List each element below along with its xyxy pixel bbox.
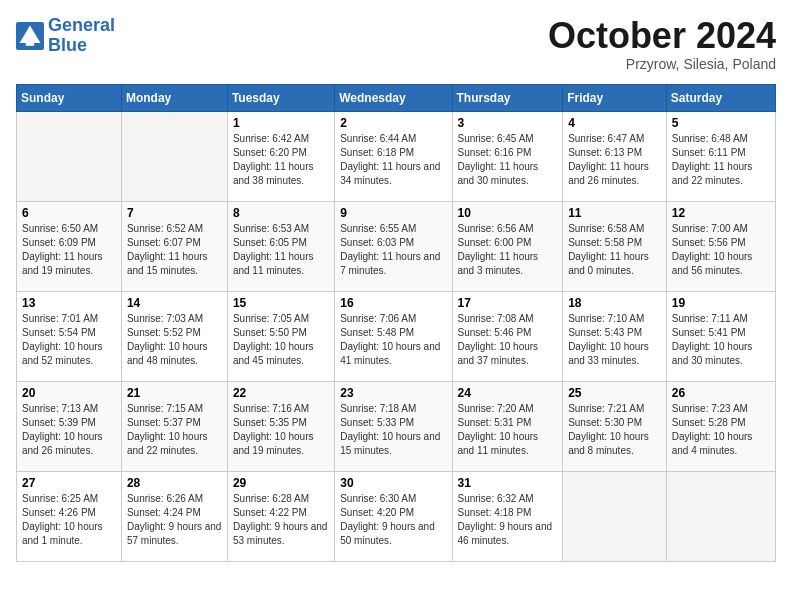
day-number: 21 [127, 386, 222, 400]
day-info: Sunrise: 6:42 AM Sunset: 6:20 PM Dayligh… [233, 132, 329, 188]
header-friday: Friday [563, 84, 667, 111]
day-number: 22 [233, 386, 329, 400]
calendar-week-row: 27Sunrise: 6:25 AM Sunset: 4:26 PM Dayli… [17, 471, 776, 561]
day-info: Sunrise: 7:10 AM Sunset: 5:43 PM Dayligh… [568, 312, 661, 368]
calendar-week-row: 6Sunrise: 6:50 AM Sunset: 6:09 PM Daylig… [17, 201, 776, 291]
day-info: Sunrise: 6:56 AM Sunset: 6:00 PM Dayligh… [458, 222, 558, 278]
calendar-cell: 26Sunrise: 7:23 AM Sunset: 5:28 PM Dayli… [666, 381, 775, 471]
page-header: General Blue October 2024 Przyrow, Siles… [16, 16, 776, 72]
calendar-cell: 4Sunrise: 6:47 AM Sunset: 6:13 PM Daylig… [563, 111, 667, 201]
header-tuesday: Tuesday [227, 84, 334, 111]
calendar-cell: 15Sunrise: 7:05 AM Sunset: 5:50 PM Dayli… [227, 291, 334, 381]
calendar-cell: 16Sunrise: 7:06 AM Sunset: 5:48 PM Dayli… [335, 291, 452, 381]
calendar-table: SundayMondayTuesdayWednesdayThursdayFrid… [16, 84, 776, 562]
day-info: Sunrise: 7:01 AM Sunset: 5:54 PM Dayligh… [22, 312, 116, 368]
header-saturday: Saturday [666, 84, 775, 111]
calendar-cell: 13Sunrise: 7:01 AM Sunset: 5:54 PM Dayli… [17, 291, 122, 381]
day-info: Sunrise: 6:45 AM Sunset: 6:16 PM Dayligh… [458, 132, 558, 188]
calendar-cell: 28Sunrise: 6:26 AM Sunset: 4:24 PM Dayli… [121, 471, 227, 561]
calendar-cell: 1Sunrise: 6:42 AM Sunset: 6:20 PM Daylig… [227, 111, 334, 201]
day-number: 25 [568, 386, 661, 400]
day-number: 11 [568, 206, 661, 220]
day-info: Sunrise: 6:30 AM Sunset: 4:20 PM Dayligh… [340, 492, 446, 548]
calendar-cell: 30Sunrise: 6:30 AM Sunset: 4:20 PM Dayli… [335, 471, 452, 561]
day-number: 19 [672, 296, 770, 310]
day-number: 24 [458, 386, 558, 400]
day-number: 27 [22, 476, 116, 490]
calendar-cell: 27Sunrise: 6:25 AM Sunset: 4:26 PM Dayli… [17, 471, 122, 561]
header-sunday: Sunday [17, 84, 122, 111]
calendar-cell: 3Sunrise: 6:45 AM Sunset: 6:16 PM Daylig… [452, 111, 563, 201]
day-number: 12 [672, 206, 770, 220]
day-info: Sunrise: 7:18 AM Sunset: 5:33 PM Dayligh… [340, 402, 446, 458]
calendar-cell [121, 111, 227, 201]
calendar-cell: 19Sunrise: 7:11 AM Sunset: 5:41 PM Dayli… [666, 291, 775, 381]
calendar-cell: 7Sunrise: 6:52 AM Sunset: 6:07 PM Daylig… [121, 201, 227, 291]
day-number: 6 [22, 206, 116, 220]
day-info: Sunrise: 6:55 AM Sunset: 6:03 PM Dayligh… [340, 222, 446, 278]
day-number: 1 [233, 116, 329, 130]
calendar-cell: 2Sunrise: 6:44 AM Sunset: 6:18 PM Daylig… [335, 111, 452, 201]
header-monday: Monday [121, 84, 227, 111]
day-info: Sunrise: 6:44 AM Sunset: 6:18 PM Dayligh… [340, 132, 446, 188]
calendar-cell: 25Sunrise: 7:21 AM Sunset: 5:30 PM Dayli… [563, 381, 667, 471]
calendar-cell: 29Sunrise: 6:28 AM Sunset: 4:22 PM Dayli… [227, 471, 334, 561]
logo-general: General [48, 15, 115, 35]
day-number: 3 [458, 116, 558, 130]
calendar-cell: 17Sunrise: 7:08 AM Sunset: 5:46 PM Dayli… [452, 291, 563, 381]
calendar-cell: 21Sunrise: 7:15 AM Sunset: 5:37 PM Dayli… [121, 381, 227, 471]
day-info: Sunrise: 6:48 AM Sunset: 6:11 PM Dayligh… [672, 132, 770, 188]
day-number: 18 [568, 296, 661, 310]
day-info: Sunrise: 7:20 AM Sunset: 5:31 PM Dayligh… [458, 402, 558, 458]
calendar-cell: 23Sunrise: 7:18 AM Sunset: 5:33 PM Dayli… [335, 381, 452, 471]
day-info: Sunrise: 7:15 AM Sunset: 5:37 PM Dayligh… [127, 402, 222, 458]
calendar-header-row: SundayMondayTuesdayWednesdayThursdayFrid… [17, 84, 776, 111]
day-number: 7 [127, 206, 222, 220]
day-info: Sunrise: 6:26 AM Sunset: 4:24 PM Dayligh… [127, 492, 222, 548]
calendar-cell: 10Sunrise: 6:56 AM Sunset: 6:00 PM Dayli… [452, 201, 563, 291]
calendar-cell [666, 471, 775, 561]
day-number: 4 [568, 116, 661, 130]
day-info: Sunrise: 7:21 AM Sunset: 5:30 PM Dayligh… [568, 402, 661, 458]
day-number: 30 [340, 476, 446, 490]
month-title: October 2024 [548, 16, 776, 56]
header-thursday: Thursday [452, 84, 563, 111]
title-block: October 2024 Przyrow, Silesia, Poland [548, 16, 776, 72]
logo-blue: Blue [48, 35, 87, 55]
day-info: Sunrise: 7:06 AM Sunset: 5:48 PM Dayligh… [340, 312, 446, 368]
day-number: 10 [458, 206, 558, 220]
calendar-cell: 9Sunrise: 6:55 AM Sunset: 6:03 PM Daylig… [335, 201, 452, 291]
day-number: 16 [340, 296, 446, 310]
calendar-week-row: 1Sunrise: 6:42 AM Sunset: 6:20 PM Daylig… [17, 111, 776, 201]
location-subtitle: Przyrow, Silesia, Poland [548, 56, 776, 72]
calendar-cell: 11Sunrise: 6:58 AM Sunset: 5:58 PM Dayli… [563, 201, 667, 291]
calendar-cell: 31Sunrise: 6:32 AM Sunset: 4:18 PM Dayli… [452, 471, 563, 561]
day-info: Sunrise: 6:47 AM Sunset: 6:13 PM Dayligh… [568, 132, 661, 188]
calendar-cell [563, 471, 667, 561]
day-info: Sunrise: 6:50 AM Sunset: 6:09 PM Dayligh… [22, 222, 116, 278]
logo: General Blue [16, 16, 115, 56]
calendar-week-row: 13Sunrise: 7:01 AM Sunset: 5:54 PM Dayli… [17, 291, 776, 381]
day-info: Sunrise: 6:58 AM Sunset: 5:58 PM Dayligh… [568, 222, 661, 278]
day-info: Sunrise: 7:23 AM Sunset: 5:28 PM Dayligh… [672, 402, 770, 458]
day-number: 13 [22, 296, 116, 310]
calendar-cell: 22Sunrise: 7:16 AM Sunset: 5:35 PM Dayli… [227, 381, 334, 471]
header-wednesday: Wednesday [335, 84, 452, 111]
day-number: 5 [672, 116, 770, 130]
calendar-week-row: 20Sunrise: 7:13 AM Sunset: 5:39 PM Dayli… [17, 381, 776, 471]
day-info: Sunrise: 6:53 AM Sunset: 6:05 PM Dayligh… [233, 222, 329, 278]
day-number: 8 [233, 206, 329, 220]
day-number: 28 [127, 476, 222, 490]
day-number: 26 [672, 386, 770, 400]
calendar-cell: 5Sunrise: 6:48 AM Sunset: 6:11 PM Daylig… [666, 111, 775, 201]
day-number: 23 [340, 386, 446, 400]
calendar-cell: 8Sunrise: 6:53 AM Sunset: 6:05 PM Daylig… [227, 201, 334, 291]
calendar-cell: 24Sunrise: 7:20 AM Sunset: 5:31 PM Dayli… [452, 381, 563, 471]
day-number: 2 [340, 116, 446, 130]
day-number: 29 [233, 476, 329, 490]
day-info: Sunrise: 6:25 AM Sunset: 4:26 PM Dayligh… [22, 492, 116, 548]
day-number: 20 [22, 386, 116, 400]
calendar-cell: 14Sunrise: 7:03 AM Sunset: 5:52 PM Dayli… [121, 291, 227, 381]
day-info: Sunrise: 6:28 AM Sunset: 4:22 PM Dayligh… [233, 492, 329, 548]
calendar-cell: 12Sunrise: 7:00 AM Sunset: 5:56 PM Dayli… [666, 201, 775, 291]
